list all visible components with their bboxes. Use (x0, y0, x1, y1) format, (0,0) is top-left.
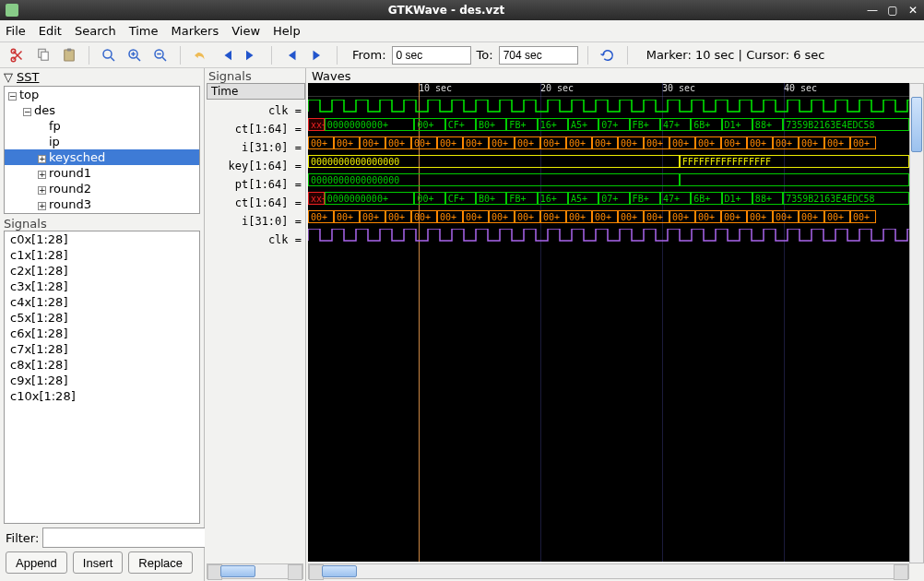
filter-input[interactable] (42, 528, 207, 548)
signals-panel-header: Signals (205, 68, 305, 83)
bus-segment: 00+ (669, 210, 695, 223)
menu-time[interactable]: Time (129, 24, 159, 38)
expander-icon[interactable]: + (38, 155, 46, 163)
collapse-icon[interactable]: ▽ (4, 70, 13, 84)
expander-icon[interactable]: + (38, 202, 46, 210)
prev-edge-icon[interactable] (281, 45, 302, 65)
tree-node-des[interactable]: −des (5, 102, 199, 118)
to-input[interactable] (499, 46, 578, 65)
replace-button[interactable]: Replace (128, 551, 193, 574)
signal-c0x[1:28][interactable]: c0x[1:28] (5, 231, 199, 247)
tree-node-round3[interactable]: +round3 (5, 196, 199, 212)
zoom-out-icon[interactable] (150, 45, 171, 65)
bus-segment: 07+ (598, 118, 629, 131)
bus-segment: B0+ (476, 118, 506, 131)
bus-segment: 00+ (747, 136, 773, 149)
wave-signal-name[interactable]: key[1:64] = (205, 157, 305, 175)
expander-icon[interactable]: + (38, 186, 46, 195)
bus-segment: D1+ (722, 192, 752, 205)
expander-icon[interactable]: − (8, 92, 17, 101)
wave-row: xx+0000000000+00+CF+B0+FB+16+A5+07+FB+47… (308, 115, 909, 134)
tree-node-round2[interactable]: +round2 (5, 181, 199, 196)
expander-icon[interactable]: + (38, 171, 46, 179)
zoom-in-icon[interactable] (124, 45, 145, 65)
bus-segment: 00+ (463, 210, 489, 223)
wave-row (308, 226, 909, 244)
wave-viewport[interactable]: 10 sec20 sec30 sec40 secxx+0000000000+00… (308, 83, 909, 562)
insert-button[interactable]: Insert (73, 551, 124, 574)
menu-search[interactable]: Search (75, 24, 116, 38)
bus-segment: A5+ (568, 118, 598, 131)
append-button[interactable]: Append (6, 551, 67, 574)
bus-segment: 00+ (334, 210, 360, 223)
bus-segment: 00+ (515, 136, 540, 149)
signal-c9x[1:28][interactable]: c9x[1:28] (5, 373, 199, 388)
bus-segment: 00+ (850, 136, 876, 149)
wave-signal-name[interactable]: ct[1:64] = (205, 194, 305, 212)
tree-node-ip[interactable]: ip (5, 134, 199, 149)
signal-c8x[1:28][interactable]: c8x[1:28] (5, 357, 199, 373)
signal-c4x[1:28][interactable]: c4x[1:28] (5, 294, 199, 310)
menu-help[interactable]: Help (273, 24, 301, 38)
window-title: GTKWave - des.vzt (26, 4, 867, 17)
signal-c5x[1:28][interactable]: c5x[1:28] (5, 310, 199, 326)
waves-vscroll[interactable] (909, 83, 924, 563)
bus-segment: FB+ (506, 192, 537, 205)
signal-c7x[1:28][interactable]: c7x[1:28] (5, 341, 199, 357)
wave-signal-name[interactable]: i[31:0] = (205, 212, 305, 231)
bus-segment: 00+ (644, 210, 669, 223)
wave-signal-name[interactable]: pt[1:64] = (205, 175, 305, 194)
from-input[interactable] (392, 46, 471, 65)
signals-list[interactable]: c0x[1:28]c1x[1:28]c2x[1:28]c3x[1:28]c4x[… (4, 231, 200, 524)
signals-list-header: Signals (0, 216, 204, 231)
bus-segment: 7359B2163E4EDC58 (783, 192, 909, 205)
copy-icon[interactable] (33, 45, 53, 65)
menu-view[interactable]: View (231, 24, 260, 38)
signal-c1x[1:28][interactable]: c1x[1:28] (5, 247, 199, 263)
from-label: From: (352, 48, 386, 62)
zoom-fit-icon[interactable] (99, 45, 119, 65)
minimize-icon[interactable]: — (867, 4, 878, 17)
signal-c3x[1:28][interactable]: c3x[1:28] (5, 279, 199, 294)
wave-signal-name[interactable]: i[31:0] = (205, 138, 305, 157)
signal-c6x[1:28][interactable]: c6x[1:28] (5, 326, 199, 341)
bus-segment: FFFFFFFFFFFFFFFF (680, 155, 909, 168)
cut-icon[interactable] (7, 45, 28, 65)
tree-node-round1[interactable]: +round1 (5, 165, 199, 181)
wave-signal-name[interactable]: clk = (205, 231, 305, 249)
sst-tree[interactable]: −top−desfpip+keysched+round1+round2+roun… (4, 86, 200, 214)
next-edge-icon[interactable] (307, 45, 327, 65)
svg-rect-5 (67, 48, 72, 51)
wave-row: 0000000000000000FFFFFFFFFFFFFFFF (308, 152, 909, 171)
wave-signal-name[interactable]: ct[1:64] = (205, 120, 305, 138)
paste-icon[interactable] (59, 45, 79, 65)
close-icon[interactable]: ✕ (907, 4, 918, 17)
tree-node-top[interactable]: −top (5, 87, 199, 102)
expander-icon[interactable]: − (23, 108, 31, 116)
signal-c10x[1:28][interactable]: c10x[1:28] (5, 388, 199, 404)
signal-c2x[1:28][interactable]: c2x[1:28] (5, 263, 199, 279)
time-header: Time (207, 83, 305, 100)
tree-node-fp[interactable]: fp (5, 118, 199, 134)
menu-file[interactable]: File (6, 24, 26, 38)
bus-segment: 00+ (411, 210, 437, 223)
waves-header: Waves (306, 68, 924, 83)
goto-start-icon[interactable] (216, 45, 236, 65)
signals-hscroll[interactable] (207, 563, 303, 579)
menu-markers[interactable]: Markers (171, 24, 219, 38)
bus-segment: 00+ (824, 210, 850, 223)
bus-segment: 00+ (592, 136, 618, 149)
wave-signal-name[interactable]: clk = (205, 101, 305, 120)
reload-icon[interactable] (598, 45, 618, 65)
wave-row: 0000000000000000 (308, 171, 909, 189)
goto-end-icon[interactable] (242, 45, 262, 65)
maximize-icon[interactable]: ▢ (887, 4, 898, 17)
tree-node-keysched[interactable]: +keysched (5, 149, 199, 165)
waves-hscroll[interactable] (308, 563, 909, 579)
undo-icon[interactable] (190, 45, 210, 65)
bus-segment: 00+ (360, 210, 385, 223)
menu-edit[interactable]: Edit (39, 24, 62, 38)
bus-segment: 0000000000+ (325, 192, 415, 205)
bus-segment: 00+ (334, 136, 360, 149)
bus-segment: 00+ (721, 136, 747, 149)
